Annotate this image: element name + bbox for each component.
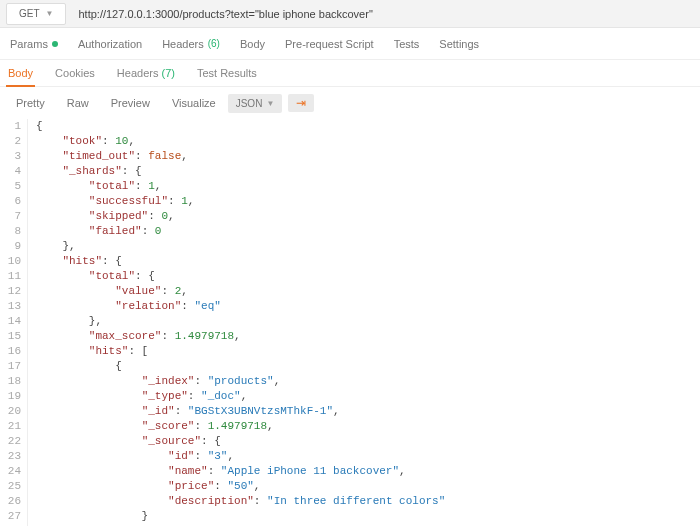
line-number: 19 xyxy=(0,389,21,404)
line-number: 20 xyxy=(0,404,21,419)
http-method-label: GET xyxy=(19,8,40,19)
code-line: "timed_out": false, xyxy=(36,149,445,164)
response-tabs: Body Cookies Headers (7) Test Results xyxy=(0,60,700,86)
changed-indicator-icon xyxy=(52,41,58,47)
line-number: 6 xyxy=(0,194,21,209)
line-number: 22 xyxy=(0,434,21,449)
tab-body[interactable]: Body xyxy=(240,38,265,50)
line-number: 15 xyxy=(0,329,21,344)
line-number: 16 xyxy=(0,344,21,359)
response-view-bar: Pretty Raw Preview Visualize JSON ▼ ⇥ xyxy=(0,87,700,119)
line-number: 12 xyxy=(0,284,21,299)
code-line: }, xyxy=(36,314,445,329)
body-mode-label: JSON xyxy=(236,98,263,109)
line-number: 9 xyxy=(0,239,21,254)
code-line: "skipped": 0, xyxy=(36,209,445,224)
body-mode-select[interactable]: JSON ▼ xyxy=(228,94,283,113)
wrap-lines-icon: ⇥ xyxy=(296,97,306,109)
code-line: "name": "Apple iPhone 11 backcover", xyxy=(36,464,445,479)
line-number: 7 xyxy=(0,209,21,224)
tab-test-results[interactable]: Test Results xyxy=(195,61,259,85)
code-line: "total": { xyxy=(36,269,445,284)
code-line: "_index": "products", xyxy=(36,374,445,389)
tab-settings[interactable]: Settings xyxy=(439,38,479,50)
view-visualize[interactable]: Visualize xyxy=(162,93,226,113)
url-bar: GET ▼ xyxy=(0,0,700,28)
code-line: { xyxy=(36,359,445,374)
line-number: 1 xyxy=(0,119,21,134)
headers-count: (6) xyxy=(208,38,220,49)
code-line: "description": "In three different color… xyxy=(36,494,445,509)
line-number: 25 xyxy=(0,479,21,494)
code-content[interactable]: { "took": 10, "timed_out": false, "_shar… xyxy=(28,119,445,526)
line-number: 17 xyxy=(0,359,21,374)
code-line: }, xyxy=(36,239,445,254)
code-line: "relation": "eq" xyxy=(36,299,445,314)
code-line: } xyxy=(36,509,445,524)
response-headers-count: (7) xyxy=(161,67,174,79)
request-tabs: Params Authorization Headers (6) Body Pr… xyxy=(0,28,700,60)
url-input[interactable] xyxy=(72,0,700,27)
code-line: "id": "3", xyxy=(36,449,445,464)
line-number: 13 xyxy=(0,299,21,314)
code-line: "_score": 1.4979718, xyxy=(36,419,445,434)
line-number: 18 xyxy=(0,374,21,389)
line-number: 3 xyxy=(0,149,21,164)
view-raw[interactable]: Raw xyxy=(57,93,99,113)
code-line: { xyxy=(36,119,445,134)
line-number: 5 xyxy=(0,179,21,194)
tab-params[interactable]: Params xyxy=(10,38,58,50)
line-number: 23 xyxy=(0,449,21,464)
code-line: "_source": { xyxy=(36,434,445,449)
tab-response-cookies[interactable]: Cookies xyxy=(53,61,97,85)
line-number: 10 xyxy=(0,254,21,269)
http-method-select[interactable]: GET ▼ xyxy=(6,3,66,25)
chevron-down-icon: ▼ xyxy=(266,99,274,108)
code-line: "max_score": 1.4979718, xyxy=(36,329,445,344)
code-line: "took": 10, xyxy=(36,134,445,149)
code-line: "total": 1, xyxy=(36,179,445,194)
tab-label: Headers xyxy=(117,67,159,79)
code-line: "_id": "BGStX3UBNVtzsMThkF-1", xyxy=(36,404,445,419)
tab-response-body[interactable]: Body xyxy=(6,61,35,87)
view-pretty[interactable]: Pretty xyxy=(6,93,55,113)
chevron-down-icon: ▼ xyxy=(46,9,54,18)
tab-headers[interactable]: Headers (6) xyxy=(162,38,220,50)
line-number: 2 xyxy=(0,134,21,149)
code-line: "value": 2, xyxy=(36,284,445,299)
wrap-lines-button[interactable]: ⇥ xyxy=(288,94,314,112)
code-line: "failed": 0 xyxy=(36,224,445,239)
code-line: "_shards": { xyxy=(36,164,445,179)
line-number: 4 xyxy=(0,164,21,179)
tab-prerequest[interactable]: Pre-request Script xyxy=(285,38,374,50)
tab-label: Headers xyxy=(162,38,204,50)
line-number-gutter: 1234567891011121314151617181920212223242… xyxy=(0,119,28,526)
tab-authorization[interactable]: Authorization xyxy=(78,38,142,50)
tab-response-headers[interactable]: Headers (7) xyxy=(115,61,177,85)
tab-tests[interactable]: Tests xyxy=(394,38,420,50)
view-preview[interactable]: Preview xyxy=(101,93,160,113)
line-number: 11 xyxy=(0,269,21,284)
line-number: 21 xyxy=(0,419,21,434)
line-number: 26 xyxy=(0,494,21,509)
line-number: 27 xyxy=(0,509,21,524)
code-line: "successful": 1, xyxy=(36,194,445,209)
line-number: 8 xyxy=(0,224,21,239)
line-number: 14 xyxy=(0,314,21,329)
code-line: "hits": { xyxy=(36,254,445,269)
response-body: 1234567891011121314151617181920212223242… xyxy=(0,119,700,526)
code-line: "hits": [ xyxy=(36,344,445,359)
code-line: "price": "50", xyxy=(36,479,445,494)
tab-label: Params xyxy=(10,38,48,50)
line-number: 24 xyxy=(0,464,21,479)
code-line: "_type": "_doc", xyxy=(36,389,445,404)
